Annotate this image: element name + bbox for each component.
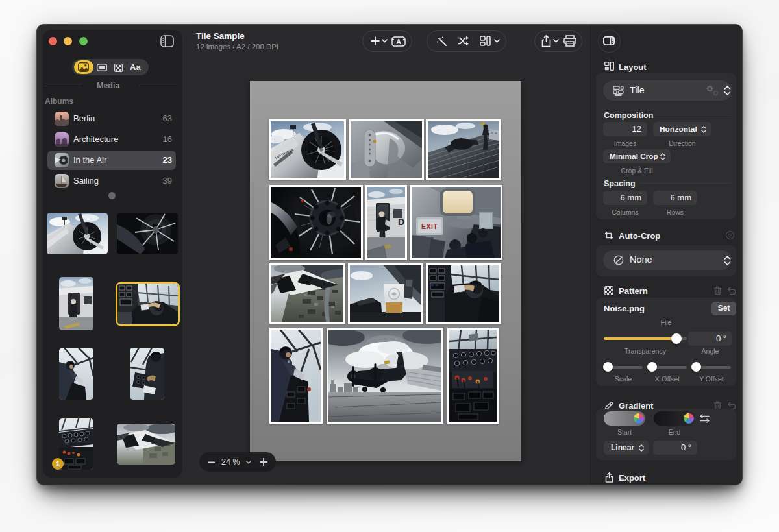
svg-text:A: A — [396, 38, 401, 45]
svg-text:D: D — [398, 217, 404, 227]
svg-text:EXIT: EXIT — [421, 223, 438, 230]
